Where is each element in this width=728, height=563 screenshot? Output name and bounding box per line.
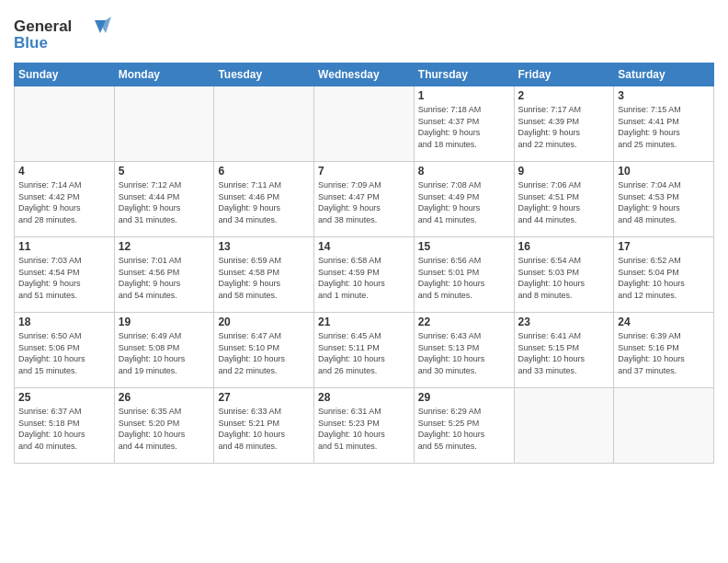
day-info: Sunrise: 6:35 AM Sunset: 5:20 PM Dayligh… — [119, 406, 210, 452]
calendar-cell: 17Sunrise: 6:52 AM Sunset: 5:04 PM Dayli… — [614, 237, 714, 313]
calendar-cell: 3Sunrise: 7:15 AM Sunset: 4:41 PM Daylig… — [614, 86, 714, 162]
calendar-cell — [614, 388, 714, 464]
day-info: Sunrise: 7:04 AM Sunset: 4:53 PM Dayligh… — [618, 179, 710, 225]
day-info: Sunrise: 7:09 AM Sunset: 4:47 PM Dayligh… — [318, 179, 410, 225]
day-number: 16 — [518, 240, 610, 253]
page-container: General Blue SundayMondayTuesdayWednesda… — [0, 0, 728, 468]
calendar-cell: 20Sunrise: 6:47 AM Sunset: 5:10 PM Dayli… — [214, 313, 314, 388]
calendar-table: SundayMondayTuesdayWednesdayThursdayFrid… — [14, 63, 714, 464]
calendar-cell — [514, 388, 614, 464]
day-number: 7 — [318, 165, 410, 178]
logo-text-block: General Blue — [14, 13, 115, 57]
logo: General Blue — [14, 13, 115, 57]
day-number: 25 — [18, 391, 110, 404]
day-number: 5 — [119, 165, 210, 178]
day-number: 22 — [418, 316, 510, 328]
calendar-header-tuesday: Tuesday — [214, 63, 314, 86]
calendar-header-monday: Monday — [114, 63, 214, 86]
day-info: Sunrise: 7:06 AM Sunset: 4:51 PM Dayligh… — [518, 179, 610, 225]
day-info: Sunrise: 7:18 AM Sunset: 4:37 PM Dayligh… — [418, 104, 510, 150]
calendar-cell: 28Sunrise: 6:31 AM Sunset: 5:23 PM Dayli… — [314, 388, 415, 464]
svg-text:General: General — [14, 17, 72, 35]
day-info: Sunrise: 6:43 AM Sunset: 5:13 PM Dayligh… — [418, 330, 510, 376]
calendar-week-1: 4Sunrise: 7:14 AM Sunset: 4:42 PM Daylig… — [15, 162, 714, 237]
day-number: 28 — [318, 391, 410, 404]
calendar-header-sunday: Sunday — [15, 63, 115, 86]
day-number: 6 — [218, 165, 310, 178]
calendar-cell: 6Sunrise: 7:11 AM Sunset: 4:46 PM Daylig… — [214, 162, 314, 237]
calendar-cell: 8Sunrise: 7:08 AM Sunset: 4:49 PM Daylig… — [414, 162, 514, 237]
calendar-cell — [15, 86, 115, 162]
calendar-week-4: 25Sunrise: 6:37 AM Sunset: 5:18 PM Dayli… — [15, 388, 714, 464]
day-info: Sunrise: 6:54 AM Sunset: 5:03 PM Dayligh… — [518, 255, 610, 301]
day-number: 21 — [318, 316, 410, 328]
day-number: 29 — [418, 391, 510, 404]
day-info: Sunrise: 6:52 AM Sunset: 5:04 PM Dayligh… — [618, 255, 710, 301]
calendar-cell: 10Sunrise: 7:04 AM Sunset: 4:53 PM Dayli… — [614, 162, 714, 237]
calendar-cell: 1Sunrise: 7:18 AM Sunset: 4:37 PM Daylig… — [414, 86, 514, 162]
day-number: 3 — [618, 89, 710, 102]
day-info: Sunrise: 6:45 AM Sunset: 5:11 PM Dayligh… — [318, 330, 410, 376]
calendar-cell: 25Sunrise: 6:37 AM Sunset: 5:18 PM Dayli… — [15, 388, 115, 464]
header: General Blue — [14, 9, 714, 57]
svg-text:Blue: Blue — [14, 34, 48, 52]
calendar-cell: 23Sunrise: 6:41 AM Sunset: 5:15 PM Dayli… — [514, 313, 614, 388]
day-info: Sunrise: 7:15 AM Sunset: 4:41 PM Dayligh… — [618, 104, 710, 150]
calendar-week-3: 18Sunrise: 6:50 AM Sunset: 5:06 PM Dayli… — [15, 313, 714, 388]
svg-marker-3 — [100, 17, 111, 33]
day-info: Sunrise: 6:49 AM Sunset: 5:08 PM Dayligh… — [119, 330, 210, 376]
day-number: 19 — [119, 316, 210, 328]
calendar-cell: 19Sunrise: 6:49 AM Sunset: 5:08 PM Dayli… — [114, 313, 214, 388]
calendar-cell: 16Sunrise: 6:54 AM Sunset: 5:03 PM Dayli… — [514, 237, 614, 313]
calendar-cell: 18Sunrise: 6:50 AM Sunset: 5:06 PM Dayli… — [15, 313, 115, 388]
day-number: 24 — [618, 316, 710, 328]
day-info: Sunrise: 6:58 AM Sunset: 4:59 PM Dayligh… — [318, 255, 410, 301]
day-number: 26 — [119, 391, 210, 404]
day-number: 20 — [218, 316, 310, 328]
day-info: Sunrise: 7:11 AM Sunset: 4:46 PM Dayligh… — [218, 179, 310, 225]
calendar-cell: 4Sunrise: 7:14 AM Sunset: 4:42 PM Daylig… — [15, 162, 115, 237]
day-number: 10 — [618, 165, 710, 178]
calendar-cell — [314, 86, 415, 162]
day-number: 1 — [418, 89, 510, 102]
calendar-header-thursday: Thursday — [414, 63, 514, 86]
day-number: 4 — [18, 165, 110, 178]
day-number: 14 — [318, 240, 410, 253]
day-info: Sunrise: 7:03 AM Sunset: 4:54 PM Dayligh… — [18, 255, 110, 301]
calendar-cell: 22Sunrise: 6:43 AM Sunset: 5:13 PM Dayli… — [414, 313, 514, 388]
calendar-header-saturday: Saturday — [614, 63, 714, 86]
calendar-week-0: 1Sunrise: 7:18 AM Sunset: 4:37 PM Daylig… — [15, 86, 714, 162]
calendar-cell: 27Sunrise: 6:33 AM Sunset: 5:21 PM Dayli… — [214, 388, 314, 464]
day-info: Sunrise: 6:37 AM Sunset: 5:18 PM Dayligh… — [18, 406, 110, 452]
day-info: Sunrise: 6:29 AM Sunset: 5:25 PM Dayligh… — [418, 406, 510, 452]
day-number: 27 — [218, 391, 310, 404]
day-info: Sunrise: 7:14 AM Sunset: 4:42 PM Dayligh… — [18, 179, 110, 225]
calendar-header-friday: Friday — [514, 63, 614, 86]
day-number: 15 — [418, 240, 510, 253]
day-number: 23 — [518, 316, 610, 328]
calendar-cell: 26Sunrise: 6:35 AM Sunset: 5:20 PM Dayli… — [114, 388, 214, 464]
day-info: Sunrise: 6:59 AM Sunset: 4:58 PM Dayligh… — [218, 255, 310, 301]
calendar-cell: 7Sunrise: 7:09 AM Sunset: 4:47 PM Daylig… — [314, 162, 415, 237]
calendar-header-row: SundayMondayTuesdayWednesdayThursdayFrid… — [15, 63, 714, 86]
calendar-cell — [214, 86, 314, 162]
calendar-cell: 5Sunrise: 7:12 AM Sunset: 4:44 PM Daylig… — [114, 162, 214, 237]
day-info: Sunrise: 6:47 AM Sunset: 5:10 PM Dayligh… — [218, 330, 310, 376]
calendar-cell: 12Sunrise: 7:01 AM Sunset: 4:56 PM Dayli… — [114, 237, 214, 313]
day-number: 11 — [18, 240, 110, 253]
calendar-week-2: 11Sunrise: 7:03 AM Sunset: 4:54 PM Dayli… — [15, 237, 714, 313]
day-info: Sunrise: 6:41 AM Sunset: 5:15 PM Dayligh… — [518, 330, 610, 376]
calendar-cell: 15Sunrise: 6:56 AM Sunset: 5:01 PM Dayli… — [414, 237, 514, 313]
day-number: 17 — [618, 240, 710, 253]
calendar-cell: 24Sunrise: 6:39 AM Sunset: 5:16 PM Dayli… — [614, 313, 714, 388]
calendar-cell: 21Sunrise: 6:45 AM Sunset: 5:11 PM Dayli… — [314, 313, 415, 388]
day-info: Sunrise: 7:17 AM Sunset: 4:39 PM Dayligh… — [518, 104, 610, 150]
calendar-cell: 9Sunrise: 7:06 AM Sunset: 4:51 PM Daylig… — [514, 162, 614, 237]
day-number: 8 — [418, 165, 510, 178]
calendar-cell: 11Sunrise: 7:03 AM Sunset: 4:54 PM Dayli… — [15, 237, 115, 313]
day-number: 13 — [218, 240, 310, 253]
day-info: Sunrise: 6:31 AM Sunset: 5:23 PM Dayligh… — [318, 406, 410, 452]
calendar-cell: 13Sunrise: 6:59 AM Sunset: 4:58 PM Dayli… — [214, 237, 314, 313]
calendar-cell — [114, 86, 214, 162]
calendar-cell: 14Sunrise: 6:58 AM Sunset: 4:59 PM Dayli… — [314, 237, 415, 313]
